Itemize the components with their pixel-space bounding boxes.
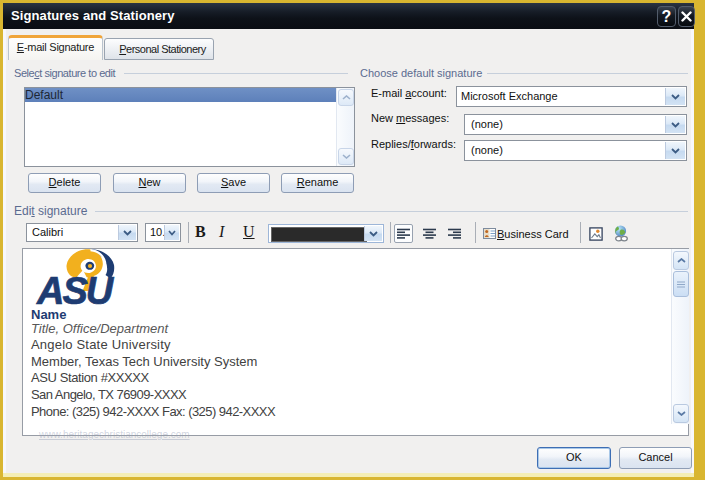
svg-text:?: ? xyxy=(662,8,672,25)
